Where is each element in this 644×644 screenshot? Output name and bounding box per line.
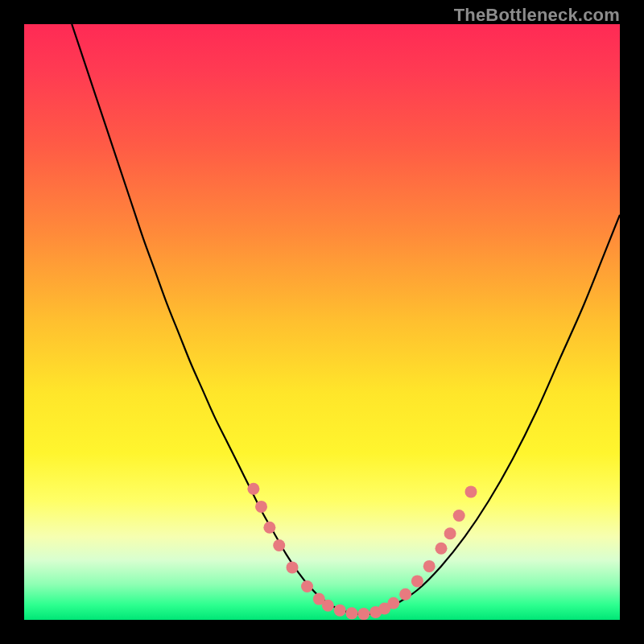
watermark-text: TheBottleneck.com bbox=[454, 5, 620, 26]
bottleneck-curve bbox=[72, 24, 620, 614]
highlight-marker bbox=[436, 543, 448, 555]
plot-area bbox=[24, 24, 620, 620]
highlight-marker bbox=[465, 485, 477, 497]
highlight-marker bbox=[263, 522, 275, 534]
curve-layer bbox=[24, 24, 620, 620]
highlight-marker bbox=[273, 539, 285, 551]
highlight-marker bbox=[334, 605, 346, 617]
highlight-marker bbox=[423, 560, 436, 572]
highlight-marker bbox=[322, 600, 334, 612]
highlight-marker bbox=[444, 527, 456, 539]
highlight-marker bbox=[453, 510, 465, 522]
highlight-marker bbox=[301, 580, 313, 592]
highlight-marker bbox=[387, 597, 399, 609]
highlight-marker bbox=[255, 501, 267, 513]
highlight-marker bbox=[287, 561, 299, 573]
highlight-marker bbox=[357, 608, 369, 620]
chart-frame: TheBottleneck.com bbox=[0, 0, 644, 644]
marker-group bbox=[247, 483, 477, 620]
highlight-marker bbox=[399, 588, 411, 601]
highlight-marker bbox=[411, 575, 423, 587]
highlight-marker bbox=[247, 483, 259, 495]
highlight-marker bbox=[346, 607, 358, 619]
